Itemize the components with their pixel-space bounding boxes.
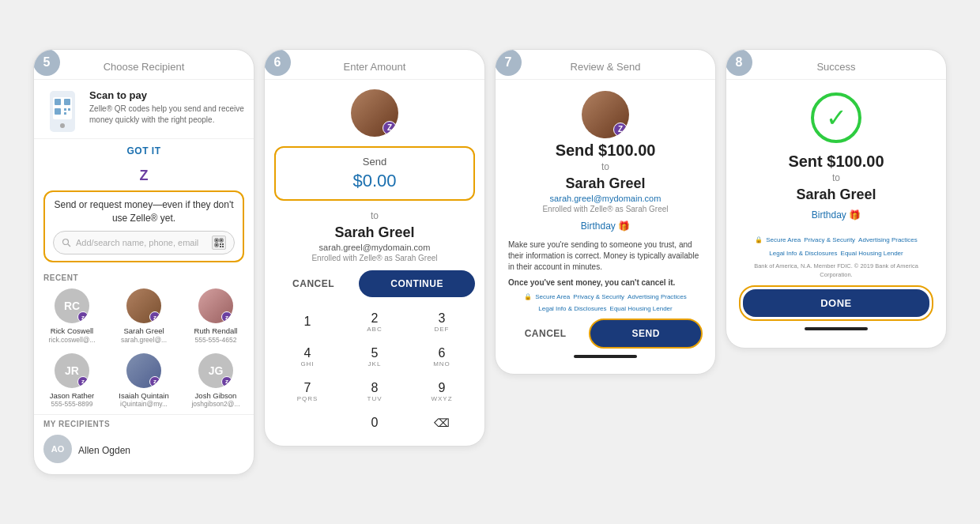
avatar-iq: z	[126, 353, 161, 388]
screen-7-title: Review & Send	[496, 50, 715, 80]
recipient-allen-name: Allen Ogden	[78, 445, 130, 456]
screen-5: 5 Choose Recipient Scan to pay Zelle® QR…	[33, 49, 254, 475]
send-request-text: Send or request money—even if they don't…	[53, 198, 235, 225]
contact-jg-sub: joshgibson2@...	[191, 400, 239, 408]
svg-rect-20	[222, 246, 224, 247]
recent-row-1: RC z Rick Coswell rick.coswell@... z Sar…	[34, 285, 254, 349]
qr-icon[interactable]	[212, 236, 226, 250]
amount-value[interactable]: $0.00	[292, 171, 458, 191]
enrolled-text-6: Enrolled with Zelle® as Sarah Greel	[274, 254, 475, 262]
equal-housing-7[interactable]: Equal Housing Lender	[610, 305, 673, 312]
zelle-dot-sarah-7: Z	[613, 123, 628, 137]
key-0[interactable]: 0	[341, 409, 408, 436]
contact-jg[interactable]: JG z Josh Gibson joshgibson2@...	[187, 353, 244, 408]
screens-container: 5 Choose Recipient Scan to pay Zelle® QR…	[33, 49, 947, 475]
contact-jr-sub: 555-555-8899	[51, 400, 93, 408]
step-badge-5: 5	[33, 49, 60, 76]
contact-rc[interactable]: RC z Rick Coswell rick.coswell@...	[43, 288, 100, 343]
equal-housing-8[interactable]: Equal Housing Lender	[841, 250, 903, 257]
home-bar-7	[574, 355, 637, 358]
screen-8-title: Success	[726, 50, 946, 80]
keypad: 1 2ABC 3DEF 4GHI 5JKL 6MNO 7PQRS 8TUV 9W…	[274, 305, 475, 436]
search-placeholder: Add/search name, phone, email	[76, 238, 207, 247]
cancel-button-6[interactable]: CANCEL	[274, 270, 352, 297]
footer-links-8: 🔒 Secure Area Privacy & Security Adverti…	[739, 236, 933, 245]
key-6[interactable]: 6MNO	[409, 340, 475, 374]
screen-7-body: Z Send $100.00 to Sarah Greel sarah.gree…	[496, 80, 715, 374]
contact-jg-name: Josh Gibson	[195, 391, 237, 400]
screen-8: 8 Success ✓ Sent $100.00 to Sarah Greel …	[726, 49, 947, 349]
svg-point-8	[60, 123, 65, 128]
screen-6-body: Z Send $0.00 to Sarah Greel sarah.greel@…	[265, 80, 484, 446]
key-4[interactable]: 4GHI	[274, 340, 341, 374]
birthday-badge-7: Birthday 🎁	[581, 221, 630, 232]
zelle-dot-sarah-6: Z	[383, 121, 397, 135]
search-bar[interactable]: Add/search name, phone, email	[53, 231, 235, 254]
contact-sg1[interactable]: z Sarah Greel sarah.greel@...	[115, 288, 172, 343]
cancel-button-7[interactable]: CANCEL	[508, 319, 582, 349]
footer-links-7: 🔒 Secure Area Privacy & Security Adverti…	[508, 293, 703, 312]
to-label-6: to	[274, 210, 475, 221]
recipient-email-6: sarah.greel@mydomain.com	[274, 243, 475, 252]
send-button[interactable]: SEND	[589, 319, 703, 349]
svg-rect-2	[55, 99, 61, 105]
zelle-dot-jg: z	[221, 376, 232, 387]
avatar-sg1: z	[126, 288, 161, 323]
legal-link-7[interactable]: Legal Info & Disclosures	[538, 305, 606, 312]
recent-label: RECENT	[34, 267, 254, 285]
contact-sg1-sub: sarah.greel@...	[121, 336, 167, 344]
advertising-link-7[interactable]: Advertising Practices	[628, 293, 687, 302]
screen-5-title: Choose Recipient	[34, 50, 254, 80]
scan-text: Scan to pay Zelle® QR codes help you sen…	[89, 89, 244, 126]
contact-iq[interactable]: z Isaiah Quintain iQuintain@my...	[115, 353, 172, 408]
key-2[interactable]: 2ABC	[341, 305, 408, 339]
svg-rect-17	[220, 243, 221, 245]
sent-name: Sarah Greel	[739, 187, 933, 203]
success-icon: ✓	[811, 92, 861, 143]
avatar-jg: JG z	[198, 353, 233, 388]
got-it-button[interactable]: GOT IT	[34, 139, 254, 163]
svg-rect-5	[64, 108, 66, 111]
legal-link-8[interactable]: Legal Info & Disclosures	[769, 250, 837, 257]
svg-point-9	[63, 239, 69, 245]
recent-row-2: JR z Jason Rather 555-555-8899 z Isaiah …	[34, 350, 254, 414]
key-9[interactable]: 9WXYZ	[409, 375, 475, 409]
zelle-logo-5: Z	[34, 163, 254, 186]
continue-button[interactable]: CONTINUE	[359, 270, 475, 297]
zelle-dot-iq: z	[149, 376, 160, 387]
key-8[interactable]: 8TUV	[341, 375, 408, 409]
step-badge-6: 6	[264, 49, 291, 76]
secure-area-8: 🔒 Secure Area	[755, 236, 801, 243]
recipient-allen[interactable]: AO Allen Ogden	[43, 432, 244, 469]
done-button[interactable]: DONE	[743, 289, 929, 317]
privacy-link-7[interactable]: Privacy & Security	[573, 293, 624, 302]
recipient-name-6: Sarah Greel	[274, 224, 475, 241]
zelle-dot-sg1: z	[149, 311, 160, 322]
contact-rc-sub: rick.coswell@...	[48, 336, 95, 344]
svg-rect-4	[55, 108, 61, 115]
my-recipients-label: MY RECIPIENTS	[43, 420, 244, 432]
amount-box[interactable]: Send $0.00	[274, 146, 475, 201]
step-badge-7: 7	[495, 49, 522, 76]
sent-to: to	[739, 172, 933, 183]
amount-label: Send	[292, 156, 458, 168]
step-badge-8: 8	[726, 49, 752, 76]
contact-jr[interactable]: JR z Jason Rather 555-555-8899	[43, 353, 100, 408]
svg-rect-6	[68, 108, 70, 111]
key-5[interactable]: 5JKL	[341, 340, 408, 374]
recipient-avatar-sarah-7: Z	[582, 91, 629, 138]
scan-phone-icon	[43, 89, 81, 134]
screen-6-title: Enter Amount	[265, 50, 484, 80]
qr-code-icon	[214, 238, 224, 247]
key-7[interactable]: 7PQRS	[274, 375, 341, 409]
svg-rect-3	[64, 99, 70, 105]
key-3[interactable]: 3DEF	[409, 305, 475, 339]
review-name: Sarah Greel	[508, 175, 703, 192]
footer-links-8b: Legal Info & Disclosures Equal Housing L…	[739, 250, 933, 257]
privacy-link-8[interactable]: Privacy & Security	[804, 236, 855, 245]
advertising-link-8[interactable]: Advertising Practices	[858, 236, 918, 245]
key-backspace[interactable]: ⌫	[409, 409, 475, 436]
key-1[interactable]: 1	[274, 305, 341, 339]
warning-text: Make sure you're sending to someone you …	[508, 239, 703, 273]
contact-rr[interactable]: z Ruth Rendall 555-555-4652	[187, 288, 244, 343]
